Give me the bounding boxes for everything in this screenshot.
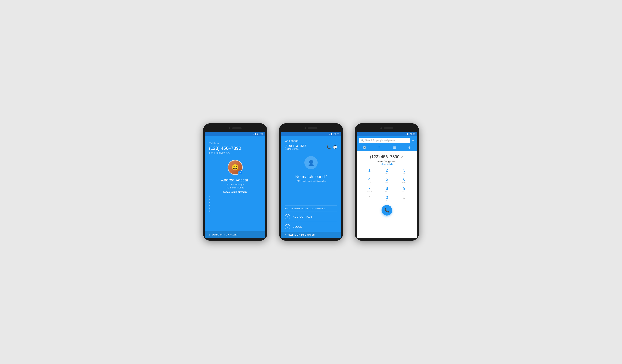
- key-2-letters: ABC: [385, 172, 389, 174]
- call-from-label: Call from...: [209, 142, 222, 145]
- key-6[interactable]: 6 MNO: [396, 176, 413, 185]
- block-item[interactable]: ⊘ BLOCK: [281, 222, 341, 232]
- key-7-letters: PQRS: [367, 191, 372, 192]
- key-5-letters: JKL: [385, 181, 389, 183]
- key-7-digit: 7: [368, 186, 370, 191]
- settings-icon: ⚙: [408, 146, 411, 149]
- status-icons-1: ▾ ▐ ▮ 12:30: [253, 133, 263, 135]
- arrow-1: ∧: [209, 195, 211, 198]
- blocked-count: 1218 people blocked this number: [296, 180, 326, 182]
- phone-3-top: [357, 126, 417, 131]
- phone-3-screen: ▾ ▐ ▮ 12:30 🔍 Search for people and plac…: [357, 132, 417, 238]
- keypad: 1 2 ABC 3 DEF 4 GHI 5 JKL: [357, 167, 417, 203]
- status-bar-1: ▾ ▐ ▮ 12:30: [205, 132, 265, 136]
- swipe-answer-label: SWIPE UP TO ANSWER: [212, 233, 238, 236]
- arrow-4: ∧: [209, 204, 211, 207]
- swipe-up-answer-bar[interactable]: ∧ SWIPE UP TO ANSWER: [205, 231, 265, 238]
- key-3-letters: DEF: [403, 172, 406, 174]
- incoming-call-screen: Call from... (123) 456–7890 San Francisc…: [205, 136, 265, 238]
- caller-avatar-container: 😄 ✉: [228, 160, 243, 175]
- call-ended-screen: Call ended (800) 123–4567 United States …: [281, 136, 341, 238]
- search-plus-icon[interactable]: ＋: [411, 138, 415, 143]
- speaker-grille: [232, 127, 242, 129]
- incoming-call-number: (123) 456–7890: [209, 146, 241, 151]
- battery-icon-2: ▮: [333, 133, 333, 135]
- tab-settings[interactable]: ⚙: [402, 144, 417, 151]
- key-1[interactable]: 1: [361, 167, 378, 176]
- block-symbol: ⊘: [286, 225, 289, 228]
- wifi-icon-2: ▾: [329, 133, 330, 135]
- show-details-link[interactable]: Show details: [357, 163, 417, 165]
- swipe-dismiss-bar[interactable]: ∧ SWIPE UP TO DISMISS: [281, 232, 341, 238]
- key-5[interactable]: 5 JKL: [378, 176, 396, 185]
- battery-icon: ▮: [257, 133, 258, 135]
- key-2-digit: 2: [386, 168, 388, 172]
- add-contact-label: ADD CONTACT: [293, 215, 312, 218]
- arrow-3: ∧: [209, 201, 211, 203]
- search-box[interactable]: 🔍 Search for people and places: [359, 138, 410, 143]
- no-match-section: 👤 No match found › 1218 people blocked t…: [281, 152, 341, 205]
- key-star-digit: *: [369, 195, 370, 200]
- clock-icon: 🕐: [363, 146, 366, 149]
- key-8-letters: TUV: [385, 191, 389, 192]
- no-match-chevron: ›: [326, 174, 327, 177]
- key-2[interactable]: 2 ABC: [378, 167, 396, 176]
- wifi-icon-3: ▾: [405, 133, 406, 135]
- arrow-2: ∧: [209, 198, 211, 201]
- dialer-screen: 🔍 Search for people and places ＋ 🕐 ⠿ ☰ ⚙: [357, 136, 417, 238]
- status-time-2: 12:30: [334, 133, 339, 135]
- dialpad-icon: ⠿: [378, 146, 381, 149]
- camera-dot-3: [380, 127, 382, 129]
- key-8[interactable]: 8 TUV: [378, 185, 396, 194]
- messenger-badge: ✉: [238, 171, 242, 175]
- speaker-grille-3: [384, 127, 393, 129]
- wifi-icon: ▾: [253, 133, 254, 135]
- dialed-number: (123) 456–7890: [370, 154, 399, 159]
- key-4-digit: 4: [368, 177, 370, 181]
- status-time-1: 12:30: [258, 133, 263, 135]
- caller-friends: 40 mutual friends: [226, 186, 244, 189]
- key-3[interactable]: 3 DEF: [396, 167, 413, 176]
- key-9[interactable]: 9 WXYZ: [396, 185, 413, 194]
- phone-2-screen: ▾ ▐ ▮ 12:30 Call ended (800) 123–4567 Un…: [281, 132, 341, 238]
- callback-icon[interactable]: 📞: [327, 145, 331, 149]
- key-star[interactable]: *: [361, 194, 378, 203]
- key-hash-digit: #: [403, 195, 406, 200]
- speaker-grille-2: [308, 127, 317, 129]
- key-4[interactable]: 4 GHI: [361, 176, 378, 185]
- swipe-arrows: ∧ ∧ ∧ ∧ ∧ ∧: [209, 195, 211, 212]
- tab-recents[interactable]: 🕐: [357, 144, 372, 151]
- key-0[interactable]: 0 +: [378, 194, 396, 203]
- call-fab-button[interactable]: 📞: [382, 205, 392, 215]
- dialer-search-area: 🔍 Search for people and places ＋: [357, 136, 417, 144]
- swipe-dismiss-chevron: ∧: [285, 233, 287, 236]
- call-action-buttons: 📞 💬: [327, 145, 337, 149]
- key-6-digit: 6: [403, 177, 406, 181]
- message-icon[interactable]: 💬: [333, 145, 337, 149]
- add-contact-item[interactable]: + ADD CONTACT: [281, 212, 341, 222]
- call-ended-label: Call ended: [285, 139, 337, 142]
- contacts-icon: ☰: [393, 146, 396, 149]
- key-7[interactable]: 7 PQRS: [361, 185, 378, 194]
- phone-1-screen: ▾ ▐ ▮ 12:30 Call from... (123) 456–7890 …: [205, 132, 265, 238]
- key-8-digit: 8: [386, 186, 388, 191]
- ended-country: United States: [285, 148, 306, 150]
- key-5-digit: 5: [386, 177, 388, 181]
- signal-icon-2: ▐: [331, 133, 332, 135]
- status-bar-2: ▾ ▐ ▮ 12:30: [281, 132, 341, 136]
- key-4-letters: GHI: [368, 181, 371, 183]
- search-placeholder-text: Search for people and places: [365, 139, 408, 142]
- key-hash[interactable]: #: [396, 194, 413, 203]
- facebook-match-item[interactable]: MATCH WITH FACEBOOK PROFILE: [281, 206, 341, 211]
- plus-icon: +: [287, 215, 288, 218]
- tab-dialpad[interactable]: ⠿: [372, 144, 387, 151]
- tab-contacts[interactable]: ☰: [387, 144, 402, 151]
- key-0-digit: 0: [386, 195, 388, 200]
- battery-icon-3: ▮: [408, 133, 409, 135]
- phone-2-top: [281, 126, 341, 131]
- messenger-icon: ✉: [239, 172, 241, 174]
- caller-name: Andrea Vaccari: [221, 178, 249, 183]
- matched-contact-name: Anne Deggelman: [357, 160, 417, 163]
- backspace-button[interactable]: ✕: [401, 155, 404, 159]
- phone-1: ▾ ▐ ▮ 12:30 Call from... (123) 456–7890 …: [203, 123, 267, 241]
